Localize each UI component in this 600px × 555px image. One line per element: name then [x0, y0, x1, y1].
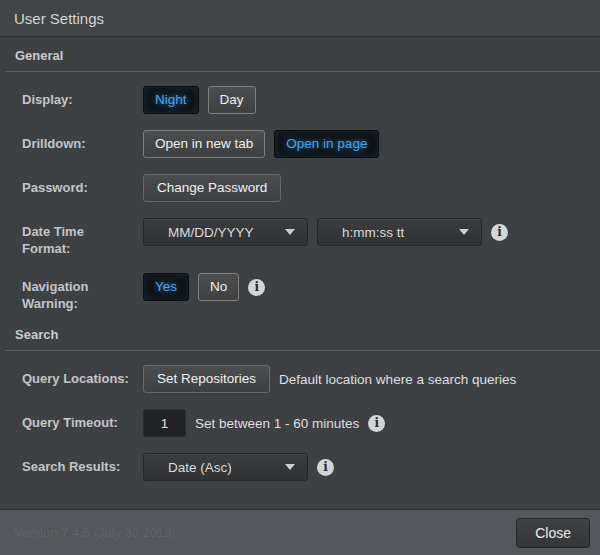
- row-datetime-format: Date Time Format: MM/DD/YYYY h:mm:ss tt …: [0, 218, 600, 257]
- time-format-value: h:mm:ss tt: [342, 225, 459, 240]
- info-icon[interactable]: i: [317, 459, 334, 476]
- info-icon[interactable]: i: [248, 279, 265, 296]
- user-settings-dialog: User Settings General Display: Night Day…: [0, 0, 600, 555]
- change-password-button[interactable]: Change Password: [143, 174, 281, 202]
- nav-warning-no-button[interactable]: No: [198, 273, 239, 301]
- query-locations-label: Query Locations:: [0, 365, 143, 387]
- dialog-body: General Display: Night Day Drilldown: Op…: [0, 37, 600, 509]
- navigation-warning-label: Navigation Warning:: [0, 273, 143, 312]
- search-results-label: Search Results:: [0, 453, 143, 475]
- section-general-label: General: [15, 48, 63, 63]
- chevron-down-icon: [285, 464, 295, 470]
- query-timeout-input[interactable]: [143, 409, 186, 437]
- query-locations-controls: Set Repositories Default location where …: [143, 365, 516, 393]
- password-controls: Change Password: [143, 174, 281, 202]
- query-timeout-controls: Set between 1 - 60 minutes i: [143, 409, 385, 437]
- display-controls: Night Day: [143, 86, 256, 114]
- row-navigation-warning: Navigation Warning: Yes No i: [0, 273, 600, 312]
- drilldown-new-tab-button[interactable]: Open in new tab: [143, 130, 265, 158]
- chevron-down-icon: [285, 229, 295, 235]
- query-locations-description: Default location where a search queries: [279, 372, 516, 387]
- display-day-button[interactable]: Day: [208, 86, 256, 114]
- row-display: Display: Night Day: [0, 86, 600, 114]
- row-query-locations: Query Locations: Set Repositories Defaul…: [0, 365, 600, 393]
- row-drilldown: Drilldown: Open in new tab Open in page: [0, 130, 600, 158]
- date-format-dropdown[interactable]: MM/DD/YYYY: [143, 218, 308, 246]
- search-results-dropdown[interactable]: Date (Asc): [143, 453, 308, 481]
- datetime-controls: MM/DD/YYYY h:mm:ss tt i: [143, 218, 508, 246]
- display-night-button[interactable]: Night: [143, 86, 199, 114]
- dialog-titlebar: User Settings: [0, 0, 600, 37]
- section-header-general: General: [5, 47, 600, 72]
- navigation-warning-controls: Yes No i: [143, 273, 265, 301]
- dialog-title: User Settings: [14, 10, 104, 27]
- close-button[interactable]: Close: [516, 518, 590, 548]
- query-timeout-description: Set between 1 - 60 minutes: [195, 416, 359, 431]
- dialog-footer: Version 7.4.6 (July 30 2019) Close: [0, 509, 600, 555]
- row-search-results: Search Results: Date (Asc) i: [0, 453, 600, 481]
- footer-watermark: Version 7.4.6 (July 30 2019): [14, 525, 516, 540]
- drilldown-in-page-button[interactable]: Open in page: [274, 130, 379, 158]
- set-repositories-button[interactable]: Set Repositories: [143, 365, 270, 393]
- section-search-label: Search: [15, 327, 58, 342]
- password-label: Password:: [0, 174, 143, 196]
- chevron-down-icon: [459, 229, 469, 235]
- info-icon[interactable]: i: [491, 224, 508, 241]
- row-password: Password: Change Password: [0, 174, 600, 202]
- row-query-timeout: Query Timeout: Set between 1 - 60 minute…: [0, 409, 600, 437]
- time-format-dropdown[interactable]: h:mm:ss tt: [317, 218, 482, 246]
- drilldown-label: Drilldown:: [0, 130, 143, 152]
- info-icon[interactable]: i: [368, 415, 385, 432]
- search-results-controls: Date (Asc) i: [143, 453, 334, 481]
- display-label: Display:: [0, 86, 143, 108]
- nav-warning-yes-button[interactable]: Yes: [143, 273, 189, 301]
- search-results-value: Date (Asc): [168, 460, 285, 475]
- section-header-search: Search: [5, 326, 600, 351]
- date-format-value: MM/DD/YYYY: [168, 225, 285, 240]
- query-timeout-label: Query Timeout:: [0, 409, 143, 431]
- drilldown-controls: Open in new tab Open in page: [143, 130, 379, 158]
- datetime-format-label: Date Time Format:: [0, 218, 143, 257]
